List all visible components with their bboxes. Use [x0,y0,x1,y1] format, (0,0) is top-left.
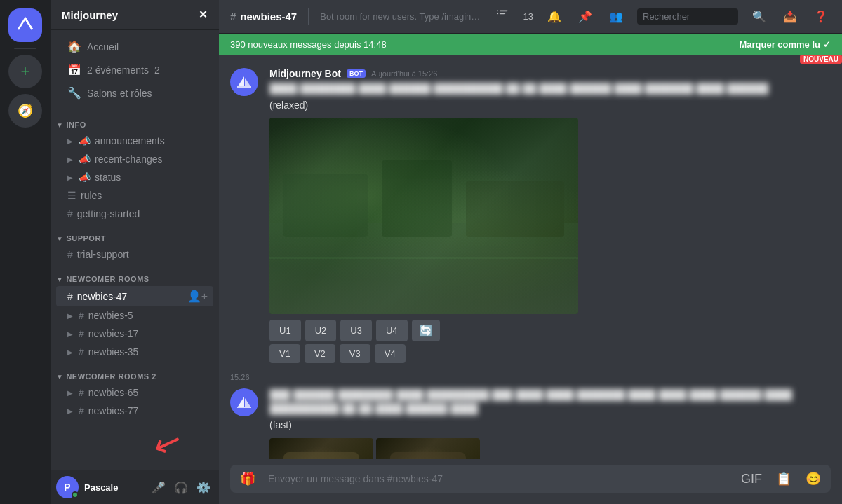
message-input[interactable] [265,465,731,493]
chat-area: # newbies-47 Bot room for new users. Typ… [219,0,842,504]
search-button[interactable]: 🔍 [749,7,769,26]
threads-button[interactable] [493,6,512,28]
svg-rect-11 [283,452,359,459]
sticker-button[interactable]: 📋 [772,467,796,491]
settings-button[interactable]: ⚙️ [194,478,213,497]
nav-salons[interactable]: 🔧 Salons et rôles [56,82,213,104]
server-dropdown-icon: ✕ [199,8,208,21]
gift-button[interactable]: 🎁 [236,467,260,491]
channel-title: # newbies-47 [230,11,297,22]
channel-name-recent-changes: recent-changes [95,154,163,165]
u3-button[interactable]: U3 [340,320,372,341]
hash-icon: # [79,405,84,416]
message-text-2: (fast) [269,418,831,433]
category-newcomer-rooms-2-label: NEWCOMER ROOMS 2 [66,372,156,381]
emoji-button[interactable]: 😊 [801,467,825,491]
chevron-icon: ▼ [56,373,63,381]
nav-accueil-label: Accueil [87,41,119,53]
microphone-button[interactable]: 🎤 [149,478,168,497]
u1-button[interactable]: U1 [269,320,301,341]
category-support[interactable]: ▼ SUPPORT [51,223,219,245]
v1-button[interactable]: V1 [269,344,300,363]
channel-status[interactable]: ▶ 📣 status [56,168,213,186]
expand-icon: ▶ [67,348,73,356]
gif-button[interactable]: GIF [737,468,766,491]
mark-read-button[interactable]: Marquer comme lu ✓ [739,39,831,50]
channel-newbies-5[interactable]: ▶ # newbies-5 [56,306,213,325]
separator-time: 15:26 [230,373,250,381]
category-newcomer-rooms-label: NEWCOMER ROOMS [66,275,149,283]
channel-recent-changes[interactable]: ▶ 📣 recent-changes [56,150,213,168]
category-info[interactable]: ▼ INFO [51,109,219,132]
message-blurred-text: ████ ████████ ████ ██████ ██████████ ██ … [269,82,831,96]
notification-bar: 390 nouveaux messages depuis 14:48 Marqu… [219,34,842,55]
nav-evenements[interactable]: 📅 2 événements 2 [56,59,213,81]
svg-rect-6 [283,174,368,237]
status-dot [72,491,79,498]
channel-trial-support[interactable]: # trial-support [56,245,213,264]
category-support-label: SUPPORT [66,234,106,243]
message-input-area: 🎁 GIF 📋 😊 [219,459,842,504]
nav-salons-label: Salons et rôles [87,88,152,99]
message-text-1: (relaxed) [269,99,831,113]
channel-newbies-65[interactable]: ▶ # newbies-65 [56,383,213,402]
message-1: Midjourney Bot BOT Aujourd'hui à 15:26 █… [219,67,842,367]
add-member-icon[interactable]: 👤+ [187,290,208,303]
megaphone-icon: 📣 [79,135,91,147]
category-newcomer-rooms[interactable]: ▼ NEWCOMER ROOMS [51,264,219,286]
members-button[interactable]: 👥 [606,7,626,26]
upscale-buttons: U1 U2 U3 U4 🔄 [269,320,592,341]
notification-settings-button[interactable]: 🔔 [544,7,564,26]
megaphone-icon: 📣 [79,154,91,165]
v2-button[interactable]: V2 [305,344,335,363]
category-newcomer-rooms-2[interactable]: ▼ NEWCOMER ROOMS 2 [51,361,219,383]
add-server-button[interactable]: + [8,55,42,88]
channel-newbies-35[interactable]: ▶ # newbies-35 [56,343,213,361]
discover-button[interactable]: 🧭 [8,94,42,128]
nav-accueil[interactable]: 🏠 Accueil [56,36,213,57]
hash-icon: # [230,11,236,22]
help-button[interactable]: ❓ [811,7,831,26]
events-badge: 2 [154,64,160,76]
pin-button[interactable]: 📌 [575,7,595,26]
notification-text: 390 nouveaux messages depuis 14:48 [230,39,387,50]
grid-image-2 [376,438,480,459]
u4-button[interactable]: U4 [376,320,408,341]
inbox-button[interactable]: 📥 [780,7,800,26]
refresh-button[interactable]: 🔄 [412,320,440,341]
server-header[interactable]: Midjourney ✕ [51,0,219,30]
v4-button[interactable]: V4 [375,344,406,363]
grid-image-1 [269,438,373,459]
v3-button[interactable]: V3 [340,344,370,363]
expand-icon: ▶ [67,389,73,397]
hash-icon: # [67,249,73,260]
channel-rules[interactable]: ☰ rules [56,186,213,205]
channel-announcements[interactable]: ▶ 📣 announcements [56,132,213,150]
channel-getting-started[interactable]: # getting-started [56,205,213,223]
icon-bar: + 🧭 [0,0,51,504]
hash-icon: # [79,310,84,321]
nouveau-badge: NOUVEAU [800,55,842,64]
channel-name-announcements: announcements [95,135,165,147]
channel-newbies-77[interactable]: ▶ # newbies-77 [56,402,213,420]
search-input[interactable] [637,8,738,25]
hash-icon: # [67,291,73,302]
channel-name-newbies-77: newbies-77 [88,405,139,416]
u2-button[interactable]: U2 [305,320,337,341]
channel-newbies-17[interactable]: ▶ # newbies-17 [56,325,213,343]
expand-icon: ▶ [67,137,73,145]
settings-icon: 🔧 [67,86,81,100]
channel-newbies-47[interactable]: # newbies-47 👤+ [56,286,213,306]
server-nav: 🏠 Accueil 📅 2 événements 2 🔧 Salons et r… [51,30,219,109]
svg-rect-7 [382,160,452,237]
server-panel: Midjourney ✕ 🏠 Accueil 📅 2 événements 2 … [51,0,219,504]
channel-name-rules: rules [81,190,102,201]
bot-avatar-2 [230,388,258,416]
channel-name-trial-support: trial-support [77,249,129,260]
message-timestamp: Aujourd'hui à 15:26 [371,69,437,78]
headphone-button[interactable]: 🎧 [171,478,191,497]
chevron-icon: ▼ [56,235,63,243]
channel-name-newbies-5: newbies-5 [88,310,133,321]
svg-rect-14 [390,452,466,459]
server-icon-midjourney[interactable] [8,8,42,42]
